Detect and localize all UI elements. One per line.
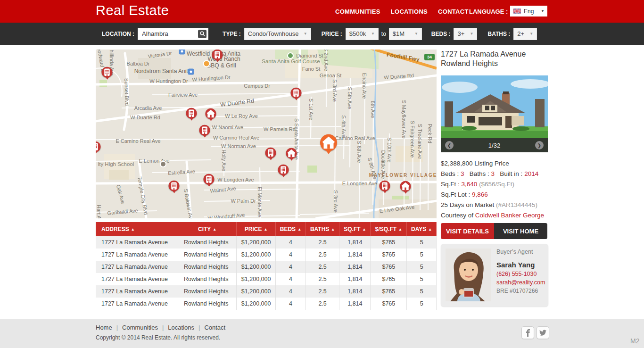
footer-link-locations[interactable]: Locations xyxy=(168,324,194,331)
baths-select[interactable]: 2+ ▼ xyxy=(513,28,537,40)
column-header-price[interactable]: PRICE▲ xyxy=(237,222,276,236)
map-street-label: Holly Ave xyxy=(221,149,227,171)
map-street-label: S Treelane Ave xyxy=(417,124,423,159)
table-cell: 1727 La Ramada Avenue xyxy=(96,285,178,298)
property-detail-line: 25 Days on Market (#AR1344445) xyxy=(441,200,548,210)
table-cell: 2.5 xyxy=(305,298,339,310)
active-property-marker[interactable] xyxy=(320,134,337,151)
map-street-label: W Camino Real Ave xyxy=(213,135,259,141)
table-row[interactable]: 1727 La Ramada AvenueRowland Heights$1,2… xyxy=(96,285,437,298)
search-icon xyxy=(200,31,205,36)
sort-asc-icon: ▲ xyxy=(428,227,432,232)
table-cell: 1727 La Ramada Avenue xyxy=(96,273,178,285)
nav-communities[interactable]: COMMUNITIES xyxy=(335,8,380,15)
beds-label: BEDS : xyxy=(431,31,451,37)
map-street-label: Arcadia Ave xyxy=(134,105,162,111)
property-panel: 1727 La Ramada Avenue Rowland Heights xyxy=(441,50,548,68)
agent-email[interactable]: sarah@reality.com xyxy=(496,279,546,286)
property-marker[interactable] xyxy=(206,108,216,119)
property-marker[interactable] xyxy=(265,148,276,158)
property-marker[interactable] xyxy=(204,174,215,185)
photo-next-button[interactable]: ❯ xyxy=(535,141,544,149)
map-street-label: W Longden Ave xyxy=(217,177,254,182)
twitter-button[interactable] xyxy=(537,326,549,339)
visit-home-button[interactable]: VISIT HOME xyxy=(494,223,547,239)
footer-link-communities[interactable]: Communities xyxy=(122,324,158,331)
nav-locations[interactable]: LOCATIONS xyxy=(391,8,428,15)
column-header-city[interactable]: CITY▲ xyxy=(178,222,237,236)
language-value: Eng xyxy=(524,8,541,15)
listings-table: ADDRESS▲CITY▲PRICE▲BEDS▲BATHS▲SQ.FT▲$/SQ… xyxy=(96,222,437,310)
price-from-select[interactable]: $500k ▼ xyxy=(346,28,379,40)
table-cell: $765 xyxy=(371,285,407,298)
table-row[interactable]: 1727 La Ramada AvenueRowland Heights$1,2… xyxy=(96,236,437,249)
price-to-select[interactable]: $1M ▼ xyxy=(389,28,422,40)
property-title-line1: 1727 La Ramada Avenue xyxy=(441,50,548,59)
social-links xyxy=(521,326,549,339)
map[interactable]: Victoria DrBalboa DrWestfield Santa Anit… xyxy=(96,50,437,218)
table-row[interactable]: 1727 La Ramada AvenueRowland Heights$1,2… xyxy=(96,249,437,261)
property-photo[interactable]: ❮ 1/32 ❯ xyxy=(441,75,548,152)
column-header-beds[interactable]: BEDS▲ xyxy=(276,222,306,236)
visit-details-button[interactable]: VISIT DETAILS xyxy=(441,223,494,239)
table-cell: Rowland Heights xyxy=(178,236,237,249)
column-header-sqft[interactable]: $/SQ.FT▲ xyxy=(371,222,407,236)
table-cell: 5 xyxy=(407,273,437,285)
photo-prev-button[interactable]: ❮ xyxy=(445,141,454,149)
type-select[interactable]: Condo/Townhouse ▼ xyxy=(244,28,311,40)
table-row[interactable]: 1727 La Ramada AvenueRowland Heights$1,2… xyxy=(96,298,437,310)
footer-link-contact[interactable]: Contact xyxy=(204,324,225,331)
top-header: Real Estate COMMUNITIESLOCATIONSCONTACT … xyxy=(0,0,644,23)
property-marker[interactable] xyxy=(380,181,390,191)
table-cell: 1,814 xyxy=(339,273,371,285)
baths-label: BATHS : xyxy=(487,31,510,37)
facebook-button[interactable] xyxy=(521,326,534,339)
agent-avatar xyxy=(446,249,491,301)
table-cell: 1727 La Ramada Avenue xyxy=(96,261,178,273)
property-marker[interactable] xyxy=(186,108,197,119)
footer-link-home[interactable]: Home xyxy=(96,324,112,331)
price-to-value: $1M xyxy=(393,30,405,37)
beds-select[interactable]: 3+ ▼ xyxy=(454,28,477,40)
table-cell: 4 xyxy=(276,285,306,298)
property-marker[interactable] xyxy=(278,165,289,175)
property-marker[interactable] xyxy=(96,141,101,152)
table-row[interactable]: 1727 La Ramada AvenueRowland Heights$1,2… xyxy=(96,273,437,285)
property-marker[interactable] xyxy=(286,148,297,159)
table-cell: $765 xyxy=(371,236,407,249)
nav-contact[interactable]: CONTACT xyxy=(438,8,469,15)
property-marker[interactable] xyxy=(102,67,113,78)
filter-bar: LOCATION : TYPE : Condo/Townhouse ▼ PRIC… xyxy=(0,23,644,45)
map-street-label: S 2nd Ave xyxy=(323,50,329,71)
search-button[interactable] xyxy=(198,30,206,38)
column-header-address[interactable]: ADDRESS▲ xyxy=(96,222,178,236)
column-header-days[interactable]: DAYS▲ xyxy=(407,222,437,236)
sort-asc-icon: ▲ xyxy=(264,227,268,232)
map-poi-golf xyxy=(287,52,294,59)
page: Real Estate COMMUNITIESLOCATIONSCONTACT … xyxy=(0,0,644,348)
map-street-label: Fano St xyxy=(302,66,321,72)
property-marker[interactable] xyxy=(212,50,223,60)
property-detail-line: Sq.Ft Lot : 9,866 xyxy=(441,190,548,200)
table-cell: 5 xyxy=(407,249,437,261)
property-marker[interactable] xyxy=(400,181,411,192)
column-header-sqft[interactable]: SQ.FT▲ xyxy=(339,222,371,236)
map-poi-badge: 34 xyxy=(424,54,435,60)
map-street-label: S 5th Ave xyxy=(347,87,353,109)
column-header-baths[interactable]: BATHS▲ xyxy=(305,222,339,236)
agent-phone[interactable]: (626) 555-1030 xyxy=(496,271,546,277)
language-selector[interactable]: Eng ▼ xyxy=(510,6,547,17)
table-cell: 1,814 xyxy=(339,236,371,249)
table-row[interactable]: 1727 La Ramada AvenueRowland Heights$1,2… xyxy=(96,261,437,273)
property-marker[interactable] xyxy=(291,88,302,99)
map-street-label: S 3rd Ave xyxy=(333,190,339,213)
language-label: LANGUAGE : xyxy=(469,8,508,15)
watermark: M2 xyxy=(630,337,639,345)
map-street-label: W Le Roy Ave xyxy=(225,113,258,119)
map-street-label: El Monte Ave xyxy=(257,187,263,217)
map-street-label: 8th Ave xyxy=(370,101,376,118)
property-marker[interactable] xyxy=(199,125,210,136)
property-marker[interactable] xyxy=(169,181,180,191)
site-logo[interactable]: Real Estate xyxy=(96,3,169,18)
footer-copyright: Copyright © 2014 Real Estate. All rights… xyxy=(96,334,220,341)
